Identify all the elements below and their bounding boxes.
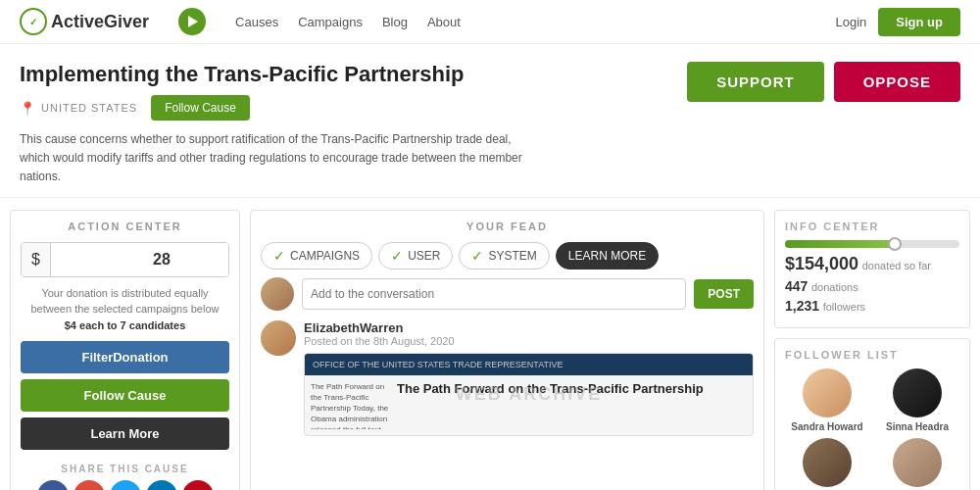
donate-amount-input[interactable] [51,243,229,276]
location-icon: 📍 [20,101,36,116]
hero-content: Implementing the Trans-Pacific Partnersh… [20,62,667,187]
fead-panel: YOUR FEAD ✓ CAMPAIGNS ✓ USER ✓ SYSTEM LE… [250,210,764,490]
followers-label: followers [823,301,865,313]
followers-count: 1,231 [785,298,819,314]
nav-campaigns[interactable]: Campaigns [298,15,363,29]
logo-active: Act [51,12,79,31]
feed-avatar-image [261,320,296,356]
tab-campaigns[interactable]: ✓ CAMPAIGNS [261,242,372,270]
signup-button[interactable]: Sign up [878,8,960,36]
logo-text: ActiveGiver [51,12,149,32]
donations-label: donations [811,281,858,293]
main-content: ACTION CENTER $ DONATE Your donation is … [0,198,980,490]
hero-description: This cause concerns whether to support r… [20,130,529,187]
feed-avatar [261,320,296,356]
post-button[interactable]: POST [694,279,754,309]
feed-card-left-text: The Path Forward on the Trans-Pacific Pa… [311,381,389,429]
share-title: SHARE THIS CAUSE [21,464,229,474]
facebook-icon[interactable]: f [37,480,69,490]
distribute-label: $4 each to 7 candidates [65,319,186,331]
tab-user[interactable]: ✓ USER [378,242,453,270]
donation-amount-label: donated so far [862,260,931,271]
post-input[interactable] [302,278,686,310]
hero-actions: SUPPORT OPPOSE [687,62,960,102]
learn-more-button[interactable]: Learn More [21,417,229,450]
pinterest-icon[interactable]: P [182,480,214,490]
feed-info: ElizabethWarren Posted on the 8th August… [304,320,754,436]
login-link[interactable]: Login [836,15,867,29]
follower-item-4[interactable]: Follower 4 [875,438,959,490]
follow-cause-hero-button[interactable]: Follow Cause [151,95,250,121]
tab-system[interactable]: ✓ SYSTEM [459,242,549,270]
progress-dot [888,237,902,251]
donations-count: 447 [785,278,808,294]
filter-donation-button[interactable]: FilterDonation [21,341,229,373]
follow-cause-button[interactable]: Follow Cause [21,379,229,412]
post-avatar-image [261,277,294,311]
nav-about[interactable]: About [427,15,461,29]
twitter-icon[interactable]: t [110,480,141,490]
google-plus-icon[interactable]: G+ [74,480,105,490]
feed-post-date: Posted on the 8th August, 2020 [304,335,754,347]
location-text: UNITED STATES [41,102,137,114]
linkedin-icon[interactable]: in [146,480,177,490]
support-button[interactable]: SUPPORT [687,62,824,102]
feed-author-name: ElizabethWarren [304,320,754,335]
donation-progress-bar [785,240,959,248]
follower-item-1[interactable]: Sandra Howard [785,368,869,432]
nav-blog[interactable]: Blog [382,15,408,29]
info-center-panel: INFO CENTER $154,000 donated so far 447 … [774,210,970,328]
right-panels: INFO CENTER $154,000 donated so far 447 … [774,210,970,490]
follower-avatar-1 [803,368,852,417]
info-center-title: INFO CENTER [785,220,959,232]
donation-amount: $154,000 [785,254,858,273]
logo-circle: ✓ [20,8,47,35]
tab-user-label: USER [408,249,440,263]
post-box: POST [261,277,754,311]
location-row: 📍 UNITED STATES Follow Cause [20,95,667,121]
oppose-button[interactable]: OPPOSE [834,62,960,102]
fead-title: YOUR FEAD [261,220,754,232]
tab-system-label: SYSTEM [488,249,536,263]
nav-right: Login Sign up [836,8,960,36]
follower-item-2[interactable]: Sinna Headra [875,368,959,432]
follower-list-panel: FOLLOWER LIST Sandra Howard Sinna Headra… [774,338,970,490]
social-icons: f G+ t in P [21,480,229,490]
feed-card[interactable]: OFFICE OF THE UNITED STATES TRADE REPRES… [304,353,754,436]
header: ✓ ActiveGiver Causes Campaigns Blog Abou… [0,0,980,44]
follower-avatar-2 [893,368,942,417]
donate-row: $ DONATE [21,242,229,277]
tab-learn-more[interactable]: LEARN MORE [556,242,659,270]
archive-watermark: WEB ARCHIVE [456,384,602,405]
feed-card-header: OFFICE OF THE UNITED STATES TRADE REPRES… [305,354,753,375]
user-check-icon: ✓ [391,248,403,264]
main-nav: Causes Campaigns Blog About [235,15,835,29]
tab-learn-more-label: LEARN MORE [568,249,646,263]
follower-item-3[interactable]: Follower 3 [785,438,869,490]
system-check-icon: ✓ [471,248,483,264]
share-section: SHARE THIS CAUSE f G+ t in P [21,464,229,490]
action-center-title: ACTION CENTER [21,220,229,232]
feed-item: ElizabethWarren Posted on the 8th August… [261,320,754,436]
action-center-panel: ACTION CENTER $ DONATE Your donation is … [10,210,240,490]
follower-avatar-4 [893,438,942,487]
hero-section: Implementing the Trans-Pacific Partnersh… [0,44,980,198]
logo-rest: iveGiver [79,12,149,31]
logo-icon: ✓ [29,17,37,27]
play-button[interactable] [178,8,206,35]
amount-stat: $154,000 donated so far [785,254,959,274]
nav-causes[interactable]: Causes [235,15,278,29]
follower-name-2: Sinna Headra [875,421,959,432]
donations-stat: 447 donations [785,278,959,294]
follower-avatar-3 [803,438,852,487]
page-title: Implementing the Trans-Pacific Partnersh… [20,62,667,87]
follower-name-1: Sandra Howard [785,421,869,432]
fead-tabs: ✓ CAMPAIGNS ✓ USER ✓ SYSTEM LEARN MORE [261,242,754,270]
campaigns-check-icon: ✓ [273,248,285,264]
follower-list-title: FOLLOWER LIST [785,349,959,361]
feed-card-header-text: OFFICE OF THE UNITED STATES TRADE REPRES… [313,360,564,369]
post-avatar [261,277,294,311]
logo: ✓ ActiveGiver [20,8,149,35]
dollar-sign: $ [22,243,51,276]
progress-bar-fill [785,240,899,248]
